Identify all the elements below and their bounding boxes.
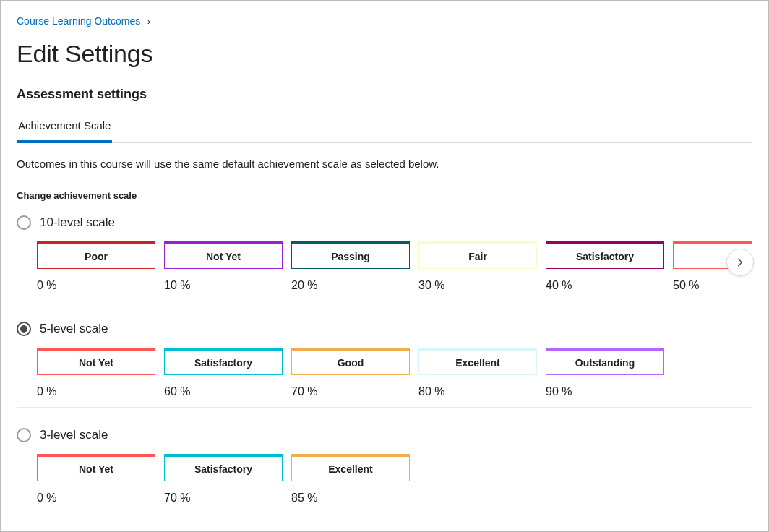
level-box: Satisfactory bbox=[164, 348, 283, 375]
level-box: Passing bbox=[291, 241, 410, 269]
scale-option-10: 10-level scale PoorNot YetPassingFairSat… bbox=[17, 215, 752, 301]
level-percent: 0 % bbox=[37, 385, 155, 398]
level-box: Outstanding bbox=[546, 348, 664, 375]
levels-strip-3: Not YetSatisfactoryExcellent bbox=[37, 454, 752, 481]
achievement-level: Excellent bbox=[418, 348, 537, 375]
scale-option-5: 5-level scale Not YetSatisfactoryGoodExc… bbox=[17, 322, 752, 408]
radio-icon bbox=[17, 215, 31, 230]
level-percent: 90 % bbox=[546, 385, 664, 398]
achievement-level: Passing bbox=[291, 241, 410, 269]
level-percent: 40 % bbox=[546, 279, 664, 292]
achievement-level: Good bbox=[291, 348, 410, 375]
level-box: Not Yet bbox=[37, 454, 155, 481]
scale-radio-10[interactable]: 10-level scale bbox=[17, 215, 752, 230]
tab-achievement-scale[interactable]: Achievement Scale bbox=[17, 119, 112, 143]
achievement-level: Outstanding bbox=[546, 348, 664, 375]
level-percent: 50 % bbox=[673, 279, 769, 292]
level-box: Not Yet bbox=[37, 348, 155, 375]
level-percent: 0 % bbox=[37, 492, 155, 505]
level-box: Excellent bbox=[418, 348, 537, 375]
page-title: Edit Settings bbox=[17, 40, 752, 68]
level-box: Poor bbox=[37, 241, 155, 269]
achievement-level: Satisfactory bbox=[164, 348, 283, 375]
level-box: Excellent bbox=[291, 454, 410, 481]
radio-icon bbox=[17, 322, 31, 336]
level-percent: 0 % bbox=[37, 279, 155, 292]
scale-radio-3[interactable]: 3-level scale bbox=[17, 428, 752, 442]
level-box: Satisfactory bbox=[164, 454, 283, 481]
level-box: Not Yet bbox=[164, 241, 283, 269]
level-percent: 70 % bbox=[291, 385, 410, 398]
percent-row-3: 0 %70 %85 % bbox=[37, 492, 752, 505]
tab-bar: Achievement Scale bbox=[17, 119, 752, 143]
assessment-settings-heading: Assessment settings bbox=[17, 87, 752, 102]
level-percent: 70 % bbox=[164, 492, 283, 505]
level-box: Good bbox=[291, 348, 410, 375]
level-percent: 20 % bbox=[291, 279, 410, 292]
level-box: Satisfactory bbox=[546, 241, 664, 269]
achievement-level: Excellent bbox=[291, 454, 410, 481]
scale-name: 5-level scale bbox=[40, 322, 108, 336]
level-percent: 80 % bbox=[418, 385, 537, 398]
level-percent: 85 % bbox=[291, 492, 410, 505]
breadcrumb: Course Learning Outcomes › bbox=[17, 15, 752, 27]
achievement-level: Satisfactory bbox=[546, 241, 664, 269]
achievement-level: Not Yet bbox=[37, 454, 155, 481]
chevron-right-icon bbox=[735, 257, 745, 267]
scroll-next-button[interactable] bbox=[726, 249, 754, 276]
radio-icon bbox=[17, 428, 31, 442]
level-percent: 10 % bbox=[164, 279, 283, 292]
achievement-level: Satisfactory bbox=[164, 454, 283, 481]
breadcrumb-parent-link[interactable]: Course Learning Outcomes bbox=[17, 15, 140, 27]
scale-name: 3-level scale bbox=[40, 428, 108, 442]
level-percent: 30 % bbox=[418, 279, 537, 292]
achievement-level: Poor bbox=[37, 241, 155, 269]
change-scale-label: Change achievement scale bbox=[17, 190, 752, 201]
chevron-right-icon: › bbox=[147, 17, 150, 27]
scale-name: 10-level scale bbox=[40, 215, 115, 230]
level-box: Fair bbox=[418, 241, 537, 269]
percent-row-5: 0 %60 %70 %80 %90 % bbox=[37, 385, 752, 398]
scale-description: Outcomes in this course will use the sam… bbox=[17, 158, 752, 170]
level-percent: 60 % bbox=[164, 385, 283, 398]
achievement-level: Not Yet bbox=[37, 348, 155, 375]
achievement-level: Not Yet bbox=[164, 241, 283, 269]
levels-strip-10: PoorNot YetPassingFairSatisfactoryG bbox=[37, 241, 752, 269]
percent-row-10: 0 %10 %20 %30 %40 %50 % bbox=[37, 279, 752, 292]
levels-strip-5: Not YetSatisfactoryGoodExcellentOutstand… bbox=[37, 348, 752, 375]
scale-option-3: 3-level scale Not YetSatisfactoryExcelle… bbox=[17, 428, 752, 513]
achievement-level: Fair bbox=[418, 241, 537, 269]
scale-radio-5[interactable]: 5-level scale bbox=[17, 322, 752, 336]
